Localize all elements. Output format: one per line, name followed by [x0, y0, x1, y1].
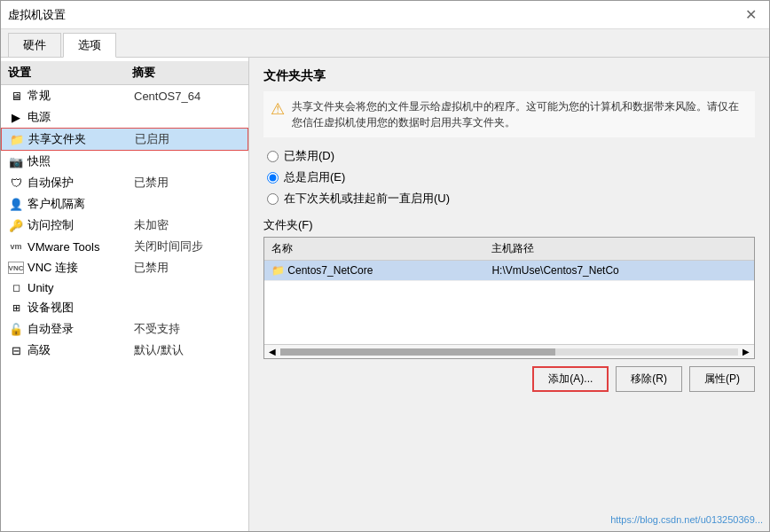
scroll-thumb	[280, 348, 555, 356]
col-setting-label: 设置	[8, 65, 132, 81]
warning-icon: ⚠	[271, 99, 285, 119]
item-name-autosave: 自动保护	[28, 175, 134, 191]
item-summary-vmware: 关闭时间同步	[134, 239, 241, 254]
item-summary-vnc: 已禁用	[134, 260, 241, 276]
item-summary-login: 不受支持	[134, 321, 241, 337]
list-item-auto-login[interactable]: 🔓 自动登录 不受支持	[1, 318, 248, 340]
item-summary-advanced: 默认/默认	[134, 342, 241, 358]
list-header: 设置 摘要	[1, 61, 248, 85]
title-bar: 虚拟机设置 ✕	[1, 1, 769, 29]
item-name-vnc: VNC 连接	[28, 260, 134, 276]
unity-icon: ◻	[8, 282, 24, 294]
add-button[interactable]: 添加(A)...	[532, 366, 609, 392]
access-icon: 🔑	[8, 219, 24, 231]
item-name-login: 自动登录	[28, 321, 134, 337]
main-window: 虚拟机设置 ✕ 硬件 选项 设置 摘要 🖥 常规 CentOS7_64 ▶ 电源	[0, 0, 770, 532]
scroll-left-arrow[interactable]: ◀	[266, 347, 279, 356]
radio-disabled-input[interactable]	[267, 151, 279, 162]
col-path-header: 主机路径	[484, 238, 754, 261]
close-button[interactable]: ✕	[740, 4, 762, 25]
vmware-icon: vm	[8, 240, 24, 253]
left-panel: 设置 摘要 🖥 常规 CentOS7_64 ▶ 电源 📁 共享文件夹 已启用	[1, 58, 249, 531]
radio-disabled-label: 已禁用(D)	[284, 148, 334, 164]
tabs-bar: 硬件 选项	[1, 29, 769, 58]
list-item-shared-folders[interactable]: 📁 共享文件夹 已启用	[1, 128, 248, 151]
guest-icon: 👤	[8, 198, 24, 210]
item-name-device: 设备视图	[28, 300, 134, 316]
tab-hardware[interactable]: 硬件	[8, 33, 61, 57]
watermark: https://blog.csdn.net/u013250369...	[610, 514, 763, 525]
col-summary-label: 摘要	[132, 65, 241, 81]
row-name-cell: 📁 Centos7_NetCore	[264, 261, 484, 281]
col-name-header: 名称	[264, 238, 484, 261]
item-name-access: 访问控制	[28, 217, 134, 233]
list-item-vnc[interactable]: VNC VNC 连接 已禁用	[1, 257, 248, 278]
window-title: 虚拟机设置	[8, 7, 66, 23]
item-name-guest: 客户机隔离	[28, 196, 134, 212]
radio-until-off[interactable]: 在下次关机或挂起前一直启用(U)	[267, 191, 755, 207]
right-panel: 文件夹共享 ⚠ 共享文件夹会将您的文件显示给虚拟机中的程序。这可能为您的计算机和…	[249, 58, 769, 531]
item-summary-general: CentOS7_64	[134, 90, 241, 103]
vnc-icon: VNC	[8, 262, 24, 274]
properties-button[interactable]: 属性(P)	[689, 366, 755, 392]
horizontal-scrollbar[interactable]: ◀ ▶	[264, 344, 754, 358]
item-name-power: 电源	[28, 109, 134, 125]
list-item-access-control[interactable]: 🔑 访问控制 未加密	[1, 215, 248, 236]
radio-disabled[interactable]: 已禁用(D)	[267, 148, 755, 164]
advanced-icon: ⊟	[8, 344, 24, 356]
item-summary-access: 未加密	[134, 217, 241, 233]
folder-icon: 📁	[9, 133, 25, 145]
radio-until-off-input[interactable]	[267, 193, 279, 205]
list-item-power[interactable]: ▶ 电源	[1, 106, 248, 128]
item-name-unity: Unity	[28, 281, 134, 294]
folder-table-wrapper: 名称 主机路径 📁 Centos7_NetCore	[263, 237, 755, 359]
item-name-snapshot: 快照	[28, 153, 134, 169]
monitor-icon: 🖥	[8, 90, 24, 102]
item-summary-shared: 已启用	[135, 131, 240, 147]
list-item-snapshot[interactable]: 📷 快照	[1, 151, 248, 172]
radio-always-label: 总是启用(E)	[284, 169, 345, 185]
camera-icon: 📷	[8, 155, 24, 168]
button-row: 添加(A)... 移除(R) 属性(P)	[263, 366, 755, 392]
scroll-track[interactable]	[280, 348, 738, 356]
login-icon: 🔓	[8, 323, 24, 335]
content-area: 设置 摘要 🖥 常规 CentOS7_64 ▶ 电源 📁 共享文件夹 已启用	[1, 58, 769, 531]
list-item-autosave[interactable]: 🛡 自动保护 已禁用	[1, 172, 248, 193]
row-path-cell: H:\VmUse\Centos7_NetCo	[484, 261, 754, 281]
item-name-advanced: 高级	[28, 342, 134, 358]
power-icon: ▶	[8, 111, 24, 123]
autosave-icon: 🛡	[8, 176, 24, 189]
list-item-unity[interactable]: ◻ Unity	[1, 278, 248, 297]
item-name-shared: 共享文件夹	[28, 131, 135, 147]
item-name-vmware: VMware Tools	[28, 240, 134, 254]
list-item-general[interactable]: 🖥 常规 CentOS7_64	[1, 85, 248, 106]
scroll-right-arrow[interactable]: ▶	[740, 347, 752, 356]
radio-group: 已禁用(D) 总是启用(E) 在下次关机或挂起前一直启用(U)	[263, 148, 755, 207]
warning-box: ⚠ 共享文件夹会将您的文件显示给虚拟机中的程序。这可能为您的计算机和数据带来风险…	[263, 91, 755, 137]
folder-table-area: 名称 主机路径 📁 Centos7_NetCore	[264, 238, 754, 344]
folder-section: 文件夹(F) 名称 主机路径	[263, 217, 755, 392]
item-summary-autosave: 已禁用	[134, 175, 241, 191]
warning-text: 共享文件夹会将您的文件显示给虚拟机中的程序。这可能为您的计算机和数据带来风险。请…	[292, 98, 748, 130]
list-item-advanced[interactable]: ⊟ 高级 默认/默认	[1, 340, 248, 361]
row-folder-icon: 📁	[271, 264, 285, 277]
radio-always[interactable]: 总是启用(E)	[267, 169, 755, 185]
list-item-device-view[interactable]: ⊞ 设备视图	[1, 297, 248, 318]
tab-options[interactable]: 选项	[63, 33, 116, 58]
table-row[interactable]: 📁 Centos7_NetCore H:\VmUse\Centos7_NetCo	[264, 261, 754, 281]
list-item-guest-isolation[interactable]: 👤 客户机隔离	[1, 193, 248, 215]
item-name-general: 常规	[28, 88, 134, 104]
folder-label: 文件夹(F)	[263, 217, 755, 233]
folder-table: 名称 主机路径 📁 Centos7_NetCore	[264, 238, 754, 281]
remove-button[interactable]: 移除(R)	[616, 366, 682, 392]
section-title: 文件夹共享	[263, 68, 755, 84]
list-item-vmware-tools[interactable]: vm VMware Tools 关闭时间同步	[1, 236, 248, 257]
radio-until-off-label: 在下次关机或挂起前一直启用(U)	[284, 191, 450, 207]
radio-always-input[interactable]	[267, 172, 279, 184]
device-icon: ⊞	[8, 301, 24, 314]
